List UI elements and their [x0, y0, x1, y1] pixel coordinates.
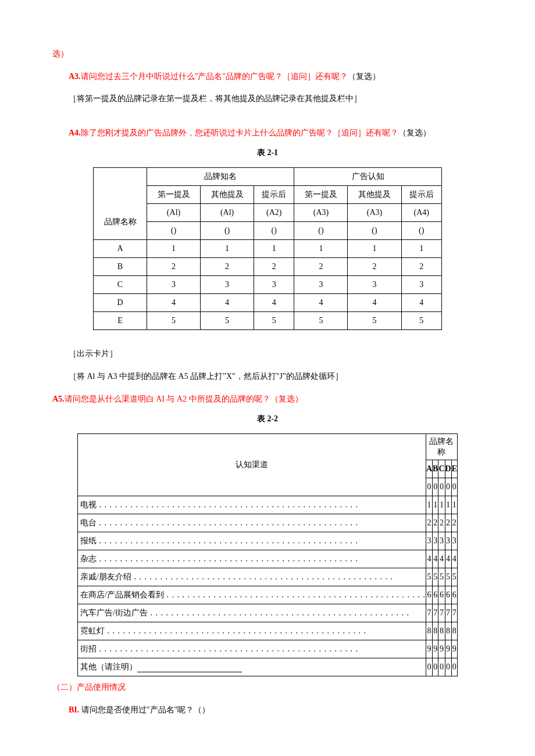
t1-brand-name: A	[94, 240, 147, 258]
t1-cell: 3	[401, 276, 442, 294]
t1-subheader: 提示后	[401, 186, 442, 204]
t1-code: (A3)	[294, 204, 348, 222]
table-2-2: 认知渠道 品牌名称 ABCDE 00000 电视11111电台22222报纸33…	[77, 433, 458, 676]
t1-cell: 1	[348, 240, 401, 258]
t1-brand-name: B	[94, 258, 147, 276]
t1-cell: 4	[294, 294, 348, 312]
question-a4: A4.除了您刚才提及的广告品牌外，您还听说过卡片上什么品牌的广告呢？［追问］还有…	[52, 126, 483, 141]
t2-cell: 0	[433, 658, 438, 676]
t1-group-header: 品牌知名	[147, 168, 294, 186]
q-a5-label: A5.	[52, 395, 65, 403]
table-row: 其他（请注明）00000	[78, 658, 458, 676]
t2-cell: 9	[433, 640, 438, 658]
table-row: A111111	[94, 240, 442, 258]
t2-cell: 2	[433, 514, 438, 532]
t1-group-header: 广告认知	[294, 168, 442, 186]
table1-caption: 表 2-1	[52, 148, 483, 158]
t1-cell: 1	[294, 240, 348, 258]
t2-channel: 杂志	[78, 550, 426, 568]
table-row: 亲戚/朋友介绍55555	[78, 568, 458, 586]
t2-cell: 4	[426, 550, 432, 568]
t1-cell: 1	[401, 240, 442, 258]
t1-subheader: 其他提及	[201, 186, 254, 204]
t2-cell: 6	[426, 586, 432, 604]
t2-channel: 报纸	[78, 532, 426, 550]
table-row: 报纸33333	[78, 532, 458, 550]
t2-brand-col: D	[445, 460, 451, 478]
t2-cell: 3	[445, 532, 451, 550]
t2-cell: 8	[445, 622, 451, 640]
t2-zero: 0	[426, 478, 432, 496]
table-row: 汽车广告/街边广告77777	[78, 604, 458, 622]
t1-paren: ()	[294, 222, 348, 240]
t2-cell: 0	[438, 658, 445, 676]
t2-cell: 2	[451, 514, 457, 532]
question-b1: BI. 请问您是否使用过"产品名"呢？（）	[52, 703, 483, 718]
question-a3: A3.请问您过去三个月中听说过什么"产品名"品牌的广告呢？［追问］还有呢？（复选…	[52, 69, 483, 85]
t1-cell: 2	[254, 258, 294, 276]
t2-cell: 2	[445, 514, 451, 532]
t2-cell: 4	[438, 550, 445, 568]
t1-paren: ()	[147, 222, 201, 240]
t2-cell: 1	[433, 496, 438, 514]
t2-zero: 0	[451, 478, 457, 496]
t2-channel: 亲戚/朋友介绍	[78, 568, 426, 586]
t2-cell: 8	[433, 622, 438, 640]
t2-cell: 5	[438, 568, 445, 586]
t1-cell: 1	[254, 240, 294, 258]
t1-cell: 3	[348, 276, 401, 294]
t1-cell: 4	[201, 294, 254, 312]
t2-channel: 其他（请注明）	[78, 658, 426, 676]
t2-cell: 5	[445, 568, 451, 586]
t2-cell: 9	[438, 640, 445, 658]
t2-cell: 0	[426, 658, 432, 676]
t1-paren: ()	[254, 222, 294, 240]
t1-cell: 2	[201, 258, 254, 276]
q-a5-text: 请问您是从什么渠道明白 AI 与 A2 中所提及的品牌的呢？（复选）	[65, 395, 303, 403]
t2-cell: 7	[433, 604, 438, 622]
t1-cell: 2	[348, 258, 401, 276]
t1-subheader: 提示后	[254, 186, 294, 204]
t2-cell: 5	[426, 568, 432, 586]
t2-right-header: 品牌名称	[426, 434, 457, 460]
t1-cell: 5	[147, 312, 201, 330]
table-row: E555555	[94, 312, 442, 330]
t2-cell: 2	[438, 514, 445, 532]
t1-cell: 5	[348, 312, 401, 330]
t2-cell: 7	[445, 604, 451, 622]
question-a5: A5.请问您是从什么渠道明白 AI 与 A2 中所提及的品牌的呢？（复选）	[52, 392, 483, 407]
table-row: 电台22222	[78, 514, 458, 532]
t2-cell: 4	[445, 550, 451, 568]
t2-cell: 4	[451, 550, 457, 568]
t1-code: (A2)	[254, 204, 294, 222]
mid-note-1: ［出示卡片］	[52, 346, 483, 362]
t2-zero: 0	[433, 478, 438, 496]
t1-cell: 2	[401, 258, 442, 276]
table-row: B222222	[94, 258, 442, 276]
t2-brand-col: A	[426, 460, 432, 478]
t2-channel: 电台	[78, 514, 426, 532]
t1-brand-name: C	[94, 276, 147, 294]
t1-cell: 4	[254, 294, 294, 312]
t1-brand-name: D	[94, 294, 147, 312]
t1-cell: 2	[147, 258, 201, 276]
t1-paren: ()	[401, 222, 442, 240]
q-a3-text: 请问您过去三个月中听说过什么"产品名"品牌的广告呢？［追问］还有呢？	[81, 72, 348, 81]
q-a4-label: A4.	[69, 128, 81, 137]
t2-brand-col: B	[433, 460, 438, 478]
t1-cell: 5	[254, 312, 294, 330]
t2-channel: 街招	[78, 640, 426, 658]
t1-cell: 3	[147, 276, 201, 294]
t1-code: (A4)	[401, 204, 442, 222]
table-row: 霓虹灯88888	[78, 622, 458, 640]
t2-cell: 3	[433, 532, 438, 550]
table-row: 杂志44444	[78, 550, 458, 568]
t1-code: (Al)	[147, 204, 201, 222]
t2-brand-col: E	[451, 460, 457, 478]
t1-cell: 4	[147, 294, 201, 312]
t2-channel: 在商店/产品展销会看到	[78, 586, 426, 604]
t2-cell: 3	[451, 532, 457, 550]
t2-brand-col: C	[438, 460, 445, 478]
t2-cell: 5	[451, 568, 457, 586]
t1-cell: 4	[348, 294, 401, 312]
